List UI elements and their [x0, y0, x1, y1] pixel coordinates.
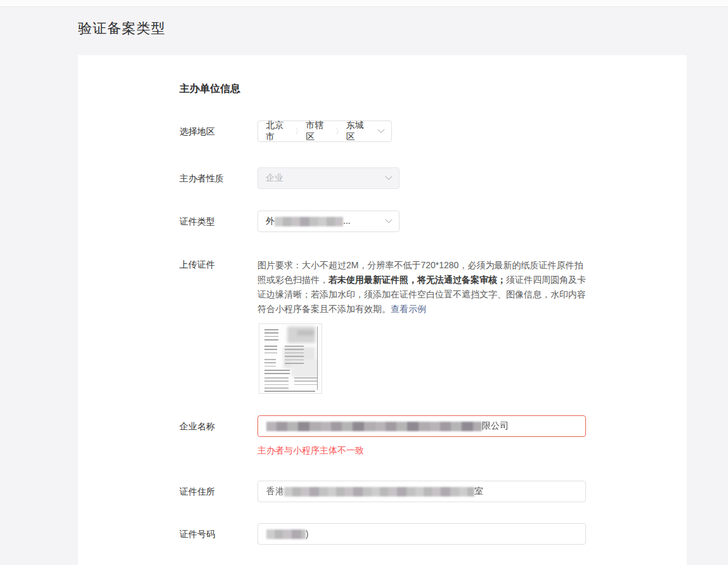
upload-label: 上传证件 — [179, 254, 257, 394]
cert-address-prefix: 香港 — [266, 486, 284, 497]
document-text-lines — [264, 329, 278, 342]
certificate-thumbnail[interactable] — [259, 323, 322, 394]
document-text-lines — [294, 377, 317, 386]
region-select[interactable]: 北京市 〉 市辖区 〉 东城区 — [257, 120, 392, 142]
cert-number-label: 证件号码 — [179, 523, 257, 545]
page-title: 验证备案类型 — [78, 19, 728, 38]
validation-error-message: 主办者与小程序主体不一致 — [257, 445, 687, 457]
cert-address-label: 证件住所 — [179, 481, 257, 502]
region-separator: 〉 — [295, 126, 302, 137]
top-bar — [0, 0, 728, 7]
upload-requirements: 图片要求：大小不超过2M，分辨率不低于720*1280，必须为最新的纸质证件原件… — [257, 254, 588, 316]
redacted-text — [275, 217, 343, 226]
row-cert-number: 证件号码 ) — [78, 523, 687, 545]
redacted-text — [284, 487, 474, 497]
company-name-input[interactable]: 限公司 — [257, 415, 586, 437]
company-name-suffix: 限公司 — [482, 420, 509, 432]
section-title: 主办单位信息 — [179, 82, 687, 96]
view-example-link[interactable]: 查看示例 — [391, 304, 426, 314]
chevron-down-icon — [377, 126, 384, 133]
cert-address-input[interactable]: 香港室 — [257, 481, 586, 502]
cert-number-suffix: ) — [306, 529, 309, 539]
cert-type-label: 证件类型 — [179, 211, 257, 232]
document-text-lines — [264, 391, 315, 393]
company-name-label: 企业名称 — [179, 415, 257, 457]
redacted-text — [266, 422, 482, 431]
row-cert-type: 证件类型 外... — [78, 211, 687, 232]
nature-value: 企业 — [266, 172, 381, 184]
cert-address-suffix: 室 — [474, 486, 483, 497]
region-province: 北京市 — [266, 120, 292, 143]
row-region: 选择地区 北京市 〉 市辖区 〉 东城区 — [78, 120, 687, 142]
row-company-name: 企业名称 限公司 主办者与小程序主体不一致 — [78, 415, 687, 457]
document-smudge — [297, 330, 314, 335]
chevron-down-icon — [385, 216, 392, 223]
form-card: 主办单位信息 选择地区 北京市 〉 市辖区 〉 东城区 主办者性质 企业 证件类… — [78, 55, 687, 565]
chevron-down-icon — [385, 173, 392, 180]
region-city: 市辖区 — [306, 120, 332, 143]
row-cert-address: 证件住所 香港室 — [78, 481, 687, 502]
cert-type-value: 外... — [266, 216, 381, 227]
row-nature: 主办者性质 企业 — [78, 167, 687, 189]
nature-label: 主办者性质 — [179, 167, 257, 189]
region-district: 东城区 — [346, 120, 372, 143]
redacted-text — [266, 529, 306, 539]
document-edge — [317, 327, 318, 390]
document-text-lines — [264, 346, 277, 356]
row-upload: 上传证件 图片要求：大小不超过2M，分辨率不低于720*1280，必须为最新的纸… — [78, 254, 687, 394]
upload-requirements-bold: 若未使用最新证件照，将无法通过备案审核； — [328, 275, 506, 285]
cert-number-input[interactable]: ) — [257, 523, 586, 545]
document-text-lines — [285, 346, 304, 365]
document-text-lines — [264, 377, 289, 389]
document-text-lines — [264, 359, 276, 367]
region-label: 选择地区 — [179, 120, 257, 142]
region-separator: 〉 — [335, 126, 343, 137]
cert-type-select[interactable]: 外... — [257, 211, 400, 232]
document-text-lines — [264, 370, 290, 375]
nature-select: 企业 — [257, 167, 400, 189]
